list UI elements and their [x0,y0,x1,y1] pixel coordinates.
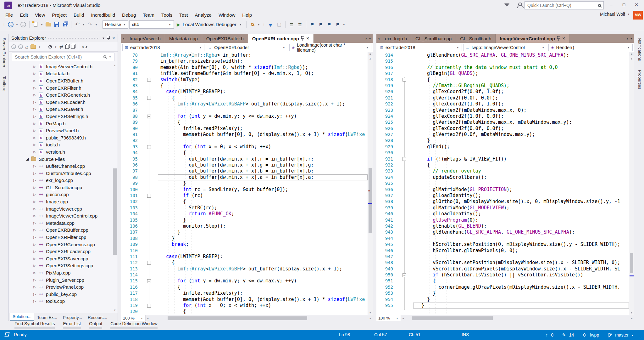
tree-collapsed-icon[interactable]: ▷ [32,72,37,75]
tree-collapsed-icon[interactable]: ▷ [32,214,37,218]
code-line[interactable]: 120{ [121,309,368,314]
user-name[interactable]: Michael Wolf [600,12,625,17]
code-line[interactable]: 113Imf::Array<LWPixelRGBFP> out_buffer(d… [121,266,368,272]
solution-search-input[interactable] [15,54,101,60]
menu-item[interactable]: Analyze [192,12,215,18]
tab-close-icon[interactable]: ✕ [562,37,565,41]
tree-item[interactable]: ▷hOpenEXRLoader.h [9,99,118,106]
menu-item[interactable]: File [2,12,16,18]
fold-collapse-icon[interactable]: – [147,304,151,308]
next-bookmark-button[interactable]: ⚑ [325,20,333,29]
code-line[interactable]: 924glTexCoord2f(1.0f, 0.0f); [376,113,629,119]
peek-definition-button[interactable]: ▢ [275,20,283,29]
h-scroll-left-icon[interactable]: ◂ [146,317,150,320]
code-line[interactable]: 111case(LWIMTYP_RGBFP): [121,254,368,260]
menu-item[interactable]: Incredibuild [87,12,119,18]
code-line[interactable]: 919//Imath::GLBegin(GL_QUADS); [376,83,629,89]
decrease-indent-button[interactable]: ≣ [288,20,295,29]
code-line[interactable]: 930 [376,150,629,156]
tree-item[interactable]: ▷++exr_logo.cpp [9,177,118,184]
minimize-button[interactable]: – [605,0,618,9]
pin-icon[interactable] [107,36,110,40]
panel-chevron-down-icon[interactable]: ▾ [103,36,104,40]
tree-item[interactable]: ▷++Plugin_Server.cpp [9,276,118,284]
tree-item[interactable]: ▷++guicon.cpp [9,191,118,198]
code-editor[interactable]: 78Imf::Array<Imf::Rgba> in_buffer;79in_b… [121,52,373,315]
fold-collapse-icon[interactable]: – [147,145,151,149]
code-line[interactable]: 89{ [121,119,368,125]
tree-item[interactable]: ▷++PreviewPanel.cpp [9,283,118,291]
tree-collapsed-icon[interactable]: ▷ [32,93,37,97]
code-line[interactable]: 928} [376,138,629,144]
repository-icon[interactable] [583,333,587,337]
close-button[interactable]: ✕ [630,0,643,9]
quick-launch-box[interactable] [525,1,604,9]
code-line[interactable]: 927glVertex2f(0.0f, mDataWindow.max.y); [376,132,629,138]
code-line[interactable]: 915 [376,58,629,64]
code-line[interactable]: 95out_buffer[dw.min.x + x].r = in_buffer… [121,156,368,162]
tab-scroll-left-icon[interactable]: ◂ [121,34,125,43]
tree-item[interactable]: ◢Source Files [9,156,118,163]
repository-name[interactable]: lwpp [590,332,599,337]
menu-item[interactable]: Window [215,12,239,18]
code-line[interactable]: 103SetRC(rc); [121,205,368,211]
tree-item[interactable]: ▷++public_key.cpp [9,291,118,298]
tree-item[interactable]: ▷hOpenEXRSaver.h [9,106,118,113]
code-line[interactable]: 950–if (hScrollbar.isVisible() || vScrol… [376,272,629,278]
scroll-up-icon[interactable]: ▲ [629,56,634,61]
code-line[interactable]: 86Imf::Array<LWPixelRGBAFP> out_buffer(d… [121,101,368,107]
document-tab[interactable]: GL_Scrollbar.cpp [411,34,456,43]
code-line[interactable]: 920glTexCoord2f(0.0f, 1.0f); [376,89,629,95]
code-line[interactable]: 101–if (rc) [121,193,368,199]
code-line[interactable]: 99} [121,180,368,186]
code-line[interactable]: 97out_buffer[dw.min.x + x].b = in_buffer… [121,168,368,174]
tab-scroll-right-icon[interactable]: ▸ [366,37,367,40]
code-line[interactable]: 939glMatrixMode(GL_MODELVIEW); [376,205,629,211]
incoming-commits-count[interactable]: 0 [551,332,553,337]
tree-collapsed-icon[interactable]: ▷ [32,207,37,211]
tree-back-button[interactable]: ← [11,44,16,49]
code-line[interactable]: 944 [376,235,629,241]
h-scroll-right-icon[interactable]: ▸ [630,317,634,320]
pending-changes-filter-icon[interactable] [48,45,52,48]
tree-item[interactable]: ▷++GL_Scrollbar.cpp [9,184,118,191]
toolbar-grip[interactable]: ⋮ [262,22,265,26]
tree-expanded-icon[interactable]: ◢ [25,157,30,161]
code-line[interactable]: 940glLoadIdentity(); [376,211,629,217]
tree-collapsed-icon[interactable]: ▷ [32,200,37,203]
code-line[interactable]: 942glEnable(GL_BLEND); [376,223,629,229]
code-line[interactable]: 951{ [376,278,629,284]
search-chevron-icon[interactable]: ▾ [108,55,112,59]
code-line[interactable]: 119–for (int x = 0; x < width; ++x) [121,303,368,309]
tree-item[interactable]: ▷++PixMap.cpp [9,269,118,276]
branch-chevron-up-icon[interactable]: ▴ [632,333,633,337]
navigate-back-chevron-icon[interactable]: ▾ [15,23,19,26]
code-line[interactable]: 921glVertex2f(0.0f, 0.0f); [376,95,629,101]
tree-item[interactable]: ▷++OpenEXRSaver.cpp [9,255,118,262]
code-line[interactable]: 106monitor.Step(); [121,223,368,229]
code-line[interactable]: 945hScrollbar.setPosition(0, mDisplayWin… [376,241,629,247]
tree-collapsed-icon[interactable]: ▷ [32,136,37,139]
save-button[interactable] [53,20,60,29]
tool-tab[interactable]: Property... [60,314,85,321]
properties-icon[interactable] [71,45,75,49]
code-line[interactable]: 937glLoadIdentity(); [376,193,629,199]
fold-collapse-icon[interactable]: – [402,78,406,82]
pin-icon[interactable] [557,36,560,41]
tree-collapsed-icon[interactable]: ▷ [32,243,37,246]
code-editor[interactable]: 914glBlendFunc(GL_SRC_ALPHA, GL_ONE_MINU… [376,52,634,315]
project-dropdown[interactable]: ⊞ exrTrader2018▾ [378,44,462,51]
solution-platform-select[interactable]: x64▾ [129,20,174,29]
tool-tab[interactable]: Resourc... [85,314,110,321]
menu-item[interactable]: Help [239,12,255,18]
split-grip[interactable]: ≡ [368,52,373,56]
pending-edits-count[interactable]: 14 [569,332,574,337]
code-line[interactable]: 91memset(&out_buffer[0], 0, (display.siz… [121,132,368,138]
fold-collapse-icon[interactable]: – [147,194,151,198]
branch-name[interactable]: master [615,332,629,337]
code-line[interactable]: 107} [121,229,368,235]
maximize-button[interactable]: □ [618,0,630,9]
tree-item[interactable]: ▷++ImageViewerControl.cpp [9,212,118,219]
tree-collapsed-icon[interactable]: ▷ [32,79,37,82]
user-chevron-down-icon[interactable]: ▾ [627,13,630,16]
